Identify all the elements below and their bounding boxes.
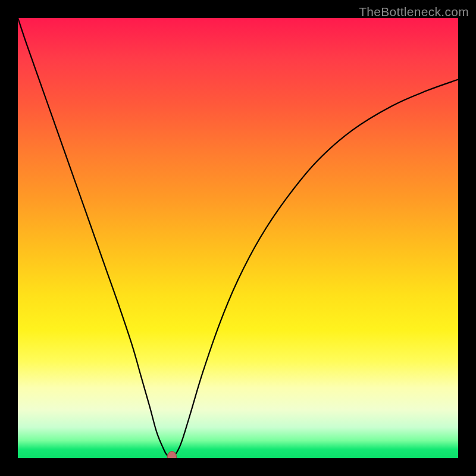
bottleneck-curve xyxy=(18,18,458,458)
chart-frame: TheBottleneck.com xyxy=(0,0,476,476)
plot-area xyxy=(18,18,458,458)
watermark: TheBottleneck.com xyxy=(359,5,469,19)
